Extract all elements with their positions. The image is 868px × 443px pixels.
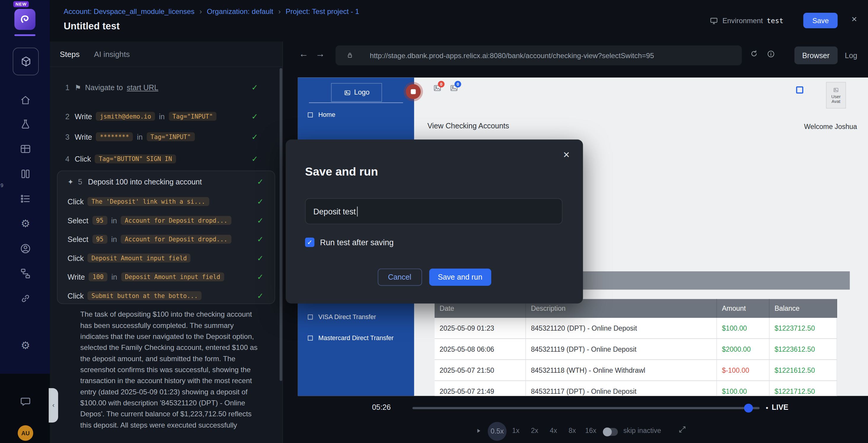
substep-row[interactable]: Click The 'Deposit' link with a si... ✓ bbox=[58, 192, 275, 211]
substep-target-chip[interactable]: The 'Deposit' link with a si... bbox=[88, 197, 209, 206]
tab-log[interactable]: Log bbox=[838, 47, 864, 64]
app-logo[interactable] bbox=[14, 9, 36, 30]
substep-row[interactable]: Click Deposit Amount input field ✓ bbox=[58, 249, 275, 267]
substep-row[interactable]: Click Submit button at the botto... ✓ bbox=[58, 286, 275, 305]
step-target-chip[interactable]: Tag="BUTTON" SIGN IN bbox=[95, 154, 176, 164]
substep-row[interactable]: Select 95 in Account for Deposit dropd..… bbox=[58, 230, 275, 248]
steps-scrollbar[interactable] bbox=[280, 68, 282, 381]
sidebar-item-home[interactable] bbox=[19, 94, 32, 107]
speed-16x-button[interactable]: 16x bbox=[585, 427, 596, 435]
substep-action: Select bbox=[68, 216, 88, 225]
step-group-header[interactable]: ✦ 5 Deposit 100 into checking account ✓ bbox=[58, 171, 275, 192]
speed-4x-button[interactable]: 4x bbox=[550, 427, 557, 435]
step-row-3[interactable]: 3 Write ******** in Tag="INPUT" ✓ bbox=[50, 126, 282, 148]
speed-2x-button[interactable]: 2x bbox=[531, 427, 538, 435]
cancel-button[interactable]: Cancel bbox=[377, 269, 422, 286]
notification-broken-image[interactable]: 0 bbox=[449, 84, 459, 92]
back-arrow-icon[interactable]: ← bbox=[299, 49, 308, 60]
live-badge[interactable]: LIVE bbox=[772, 403, 788, 412]
skip-inactive-toggle[interactable] bbox=[603, 428, 618, 436]
user-avatar-broken-image[interactable]: User Avat bbox=[826, 82, 846, 109]
panel-collapse-handle[interactable]: ‹ bbox=[49, 388, 58, 422]
cell-balance: $1223612.50 bbox=[770, 339, 837, 359]
sidebar-item-users[interactable] bbox=[19, 242, 32, 255]
info-icon[interactable] bbox=[766, 49, 776, 59]
breadcrumb-project-link[interactable]: Project: Test project - 1 bbox=[286, 7, 359, 16]
broken-image-icon bbox=[344, 89, 351, 96]
tab-browser[interactable]: Browser bbox=[795, 47, 837, 64]
breadcrumb-organization-link[interactable]: Organization: default bbox=[207, 7, 273, 16]
speed-1x-button[interactable]: 1x bbox=[512, 427, 519, 435]
cell-date: 2025-05-09 01:23 bbox=[435, 318, 526, 338]
sidebar-item-results[interactable] bbox=[19, 192, 32, 206]
fullscreen-icon[interactable] bbox=[678, 424, 687, 434]
substep-row[interactable]: Write 100 in Deposit Amount input field … bbox=[58, 267, 275, 286]
save-button[interactable]: Save bbox=[803, 13, 837, 28]
start-url-link[interactable]: start URL bbox=[127, 83, 158, 92]
sidebar-item-modules[interactable] bbox=[13, 48, 39, 75]
sidebar-count-badge: 9 bbox=[1, 183, 3, 188]
substep-target-chip[interactable]: Account for Deposit dropd... bbox=[121, 235, 231, 244]
tab-ai-insights[interactable]: AI insights bbox=[94, 50, 130, 58]
address-bar[interactable]: http://stage.dbank.prod-apps.relicx.ai:8… bbox=[336, 46, 742, 65]
bank-nav-visa-direct-transfer[interactable]: VISA Direct Transfer bbox=[298, 312, 414, 322]
refresh-icon[interactable] bbox=[749, 49, 759, 59]
sidebar-item-workflows[interactable] bbox=[19, 267, 32, 280]
substep-target-chip[interactable]: Account for Deposit dropd... bbox=[121, 216, 231, 225]
timeline-track[interactable] bbox=[412, 407, 760, 409]
sidebar-item-tests[interactable] bbox=[19, 118, 32, 131]
substep-row[interactable]: Select 95 in Account for Deposit dropd..… bbox=[58, 211, 275, 230]
breadcrumb-account-link[interactable]: Account: Devspace_all_module_licenses bbox=[64, 7, 194, 16]
timeline-scrubber-handle[interactable] bbox=[744, 404, 753, 412]
play-icon[interactable] bbox=[474, 427, 482, 435]
step-value-chip[interactable]: ******** bbox=[96, 132, 133, 141]
substep-target-chip[interactable]: Deposit Amount input field bbox=[88, 254, 191, 262]
sidebar-item-settings[interactable]: ⚙ bbox=[19, 216, 32, 230]
save-and-run-button[interactable]: Save and run bbox=[429, 269, 491, 286]
step-action: Write bbox=[75, 112, 92, 120]
substep-value-chip[interactable]: 100 bbox=[89, 272, 107, 282]
test-name-input[interactable]: Deposit test bbox=[305, 198, 562, 225]
package-icon bbox=[20, 55, 32, 68]
bank-logo-broken-image[interactable]: Logo bbox=[331, 83, 382, 102]
check-icon: ✓ bbox=[257, 254, 264, 262]
run-after-saving-checkbox[interactable]: ✓ bbox=[305, 237, 314, 247]
list-icon bbox=[19, 193, 31, 205]
substep-value-chip[interactable]: 95 bbox=[92, 235, 107, 244]
forward-arrow-icon[interactable]: → bbox=[315, 49, 325, 60]
notification-broken-image[interactable]: 0 bbox=[433, 84, 443, 92]
environment-selector[interactable]: Environment test bbox=[709, 16, 783, 26]
recording-indicator-button[interactable] bbox=[406, 84, 421, 99]
sidebar-item-support-chat[interactable] bbox=[19, 395, 32, 408]
step-target-chip[interactable]: Tag="INPUT" bbox=[169, 112, 217, 121]
sidebar-item-suites[interactable] bbox=[19, 142, 32, 156]
check-icon: ✓ bbox=[257, 216, 264, 225]
step-target-chip[interactable]: Tag="INPUT" bbox=[147, 132, 194, 141]
substep-target-chip[interactable]: Submit button at the botto... bbox=[88, 291, 202, 300]
sidebar-item-preferences[interactable]: ⚙ bbox=[19, 338, 32, 352]
step-value-chip[interactable]: jsmith@demo.io bbox=[96, 112, 155, 121]
close-icon[interactable]: × bbox=[851, 14, 857, 25]
speed-8x-button[interactable]: 8x bbox=[568, 427, 576, 435]
widget-icon[interactable] bbox=[796, 86, 803, 93]
step-row-1[interactable]: 1 ⚑ Navigate to start URL ✓ bbox=[50, 77, 282, 99]
step-row-2[interactable]: 2 Write jsmith@demo.io in Tag="INPUT" ✓ bbox=[50, 105, 282, 127]
step-connector: in bbox=[159, 112, 165, 120]
substep-target-chip[interactable]: Deposit Amount input field bbox=[121, 272, 224, 282]
sidebar-item-integrations[interactable] bbox=[19, 292, 32, 305]
step-row-4[interactable]: 4 Click Tag="BUTTON" SIGN IN ✓ bbox=[50, 148, 282, 170]
check-icon: ✓ bbox=[251, 154, 258, 164]
bank-nav-mastercard-direct-transfer[interactable]: Mastercard Direct Transfer bbox=[298, 333, 414, 343]
tab-steps[interactable]: Steps bbox=[60, 50, 80, 58]
substep-value-chip[interactable]: 95 bbox=[92, 216, 107, 225]
speed-0.5x-button[interactable]: 0.5x bbox=[488, 422, 506, 441]
close-icon[interactable]: × bbox=[563, 148, 570, 161]
bank-nav-home[interactable]: Home bbox=[298, 110, 414, 120]
user-avatar[interactable]: AU bbox=[18, 425, 33, 441]
step-number: 1 bbox=[65, 83, 71, 92]
gear-icon: ⚙ bbox=[21, 340, 30, 350]
modal-buttons: Cancel Save and run bbox=[377, 269, 491, 286]
cell-amount: $100.00 bbox=[717, 381, 769, 396]
sidebar-item-runs[interactable] bbox=[19, 167, 32, 181]
cell-amount: $2000.00 bbox=[717, 339, 769, 359]
